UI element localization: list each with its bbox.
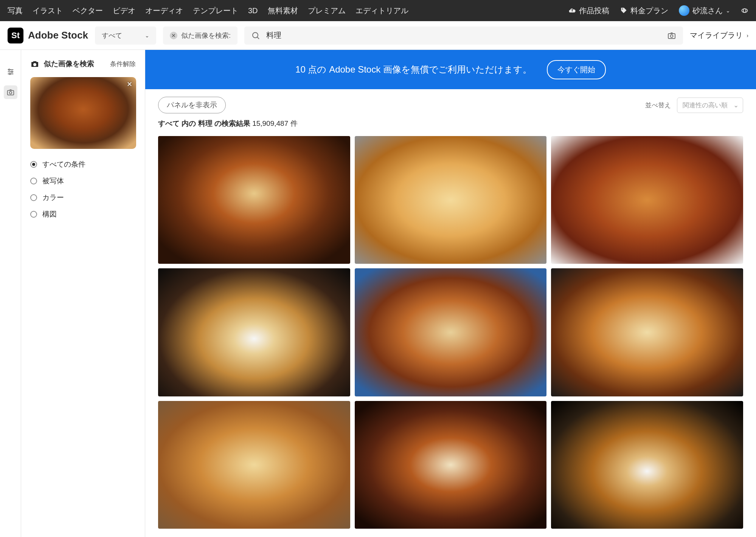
svg-point-9 [9, 91, 11, 94]
sort-label: 並べ替え [645, 101, 671, 110]
radio-icon [30, 211, 37, 218]
nav-3d[interactable]: 3D [248, 6, 258, 15]
option-all[interactable]: すべての条件 [30, 159, 136, 169]
similarity-options: すべての条件 被写体 カラー 構図 [30, 159, 136, 219]
radio-icon [30, 161, 37, 168]
tag-icon [620, 7, 627, 14]
nav-free[interactable]: 無料素材 [268, 6, 298, 16]
svg-point-0 [742, 9, 748, 12]
result-thumb[interactable] [355, 136, 547, 264]
svg-point-6 [11, 71, 12, 73]
sliders-icon [6, 68, 15, 76]
sort-controls: 並べ替え 関連性の高い順 ⌄ [645, 97, 743, 113]
search-box [244, 26, 683, 45]
camera-icon[interactable] [667, 31, 676, 40]
radio-icon [30, 178, 37, 184]
svg-point-1 [744, 9, 746, 12]
my-library-label: マイライブラリ [690, 30, 743, 40]
svg-point-2 [253, 32, 258, 38]
logo[interactable]: St Adobe Stock [8, 28, 88, 43]
user-name: 砂流さん [692, 6, 723, 16]
sort-dropdown[interactable]: 関連性の高い順 ⌄ [677, 97, 743, 113]
body-layout: 似た画像を検索 条件解除 ✕ すべての条件 被写体 カラー 構図 [0, 50, 756, 537]
results-term: 料理 [198, 119, 213, 127]
chevron-down-icon: ⌄ [145, 32, 149, 39]
option-label: カラー [42, 193, 64, 203]
svg-point-4 [671, 35, 673, 37]
tool-rail [0, 50, 21, 537]
pricing-link[interactable]: 料金プラン [620, 6, 668, 16]
banner-cta-button[interactable]: 今すぐ開始 [547, 60, 606, 79]
clear-filters-button[interactable]: 条件解除 [110, 60, 136, 68]
results-controls: パネルを非表示 並べ替え 関連性の高い順 ⌄ [145, 89, 756, 117]
results-mid: の検索結果 [214, 119, 250, 127]
hide-panel-button[interactable]: パネルを非表示 [158, 97, 226, 113]
cloud-upload-icon [568, 7, 576, 14]
nav-audio[interactable]: オーディオ [145, 6, 183, 16]
result-thumb[interactable] [158, 268, 350, 396]
visual-search-button[interactable] [4, 85, 17, 99]
option-label: すべての条件 [42, 159, 85, 169]
avatar [679, 5, 689, 16]
promo-banner: 10 点の Adobe Stock 画像を無償でご利用いただけます。 今すぐ開始 [145, 50, 756, 89]
user-menu[interactable]: 砂流さん ⌄ [679, 5, 730, 16]
result-thumb[interactable] [355, 268, 547, 396]
main-column: 10 点の Adobe Stock 画像を無償でご利用いただけます。 今すぐ開始… [145, 50, 756, 537]
chevron-right-icon: › [747, 32, 748, 39]
global-nav-left: 写真 イラスト ベクター ビデオ オーディオ テンプレート 3D 無料素材 プレ… [8, 6, 408, 16]
nav-photos[interactable]: 写真 [8, 6, 23, 16]
global-nav: 写真 イラスト ベクター ビデオ オーディオ テンプレート 3D 無料素材 プレ… [0, 0, 756, 21]
nav-templates[interactable]: テンプレート [193, 6, 238, 16]
sidebar-header: 似た画像を検索 条件解除 [30, 59, 136, 69]
banner-text: 10 点の Adobe Stock 画像を無償でご利用いただけます。 [295, 63, 532, 76]
logo-mark: St [8, 28, 23, 43]
remove-reference-button[interactable]: ✕ [127, 80, 132, 88]
similar-image-chip: ✕ 似た画像を検索: [163, 26, 238, 45]
upload-link[interactable]: 作品投稿 [568, 6, 609, 16]
option-label: 被写体 [42, 176, 64, 186]
nav-video[interactable]: ビデオ [113, 6, 135, 16]
svg-rect-8 [7, 90, 14, 95]
sidebar-title-text: 似た画像を検索 [44, 59, 94, 69]
search-input[interactable] [266, 31, 661, 40]
chevron-down-icon: ⌄ [726, 8, 730, 14]
nav-illustrations[interactable]: イラスト [33, 6, 63, 16]
option-composition[interactable]: 構図 [30, 209, 136, 219]
pricing-label: 料金プラン [630, 6, 668, 16]
remove-similar-button[interactable]: ✕ [170, 32, 177, 39]
search-icon [251, 31, 260, 40]
creative-cloud-icon [741, 7, 748, 14]
svg-point-5 [8, 69, 10, 71]
camera-icon [6, 88, 15, 96]
nav-premium[interactable]: プレミアム [308, 6, 346, 16]
result-thumb[interactable] [355, 401, 547, 529]
cc-apps-icon[interactable] [741, 7, 748, 14]
nav-editorial[interactable]: エディトリアル [355, 6, 408, 16]
svg-rect-3 [668, 34, 675, 39]
my-library-link[interactable]: マイライブラリ › [690, 30, 748, 40]
results-number: 15,909,487 [252, 119, 288, 127]
results-grid [145, 136, 756, 537]
result-thumb[interactable] [551, 136, 743, 264]
header-bar: St Adobe Stock すべて ⌄ ✕ 似た画像を検索: マイライブラリ … [0, 21, 756, 50]
result-thumb[interactable] [551, 268, 743, 396]
option-label: 構図 [42, 209, 57, 219]
option-color[interactable]: カラー [30, 193, 136, 203]
option-subject[interactable]: 被写体 [30, 176, 136, 186]
result-thumb[interactable] [551, 401, 743, 529]
svg-point-7 [9, 73, 11, 75]
logo-text: Adobe Stock [28, 29, 88, 41]
result-thumb[interactable] [158, 136, 350, 264]
sidebar: 似た画像を検索 条件解除 ✕ すべての条件 被写体 カラー 構図 [21, 50, 145, 537]
search-scope-dropdown[interactable]: すべて ⌄ [95, 26, 156, 45]
result-thumb[interactable] [158, 401, 350, 529]
reference-image[interactable]: ✕ [30, 77, 136, 149]
results-prefix: すべて 内の [158, 119, 196, 127]
sort-value: 関連性の高い順 [677, 97, 743, 113]
radio-icon [30, 194, 37, 201]
filters-button[interactable] [4, 65, 17, 79]
sidebar-title: 似た画像を検索 [30, 59, 94, 69]
nav-vectors[interactable]: ベクター [73, 6, 103, 16]
upload-label: 作品投稿 [579, 6, 609, 16]
results-count: すべて 内の 料理 の検索結果 15,909,487 件 [145, 117, 756, 136]
